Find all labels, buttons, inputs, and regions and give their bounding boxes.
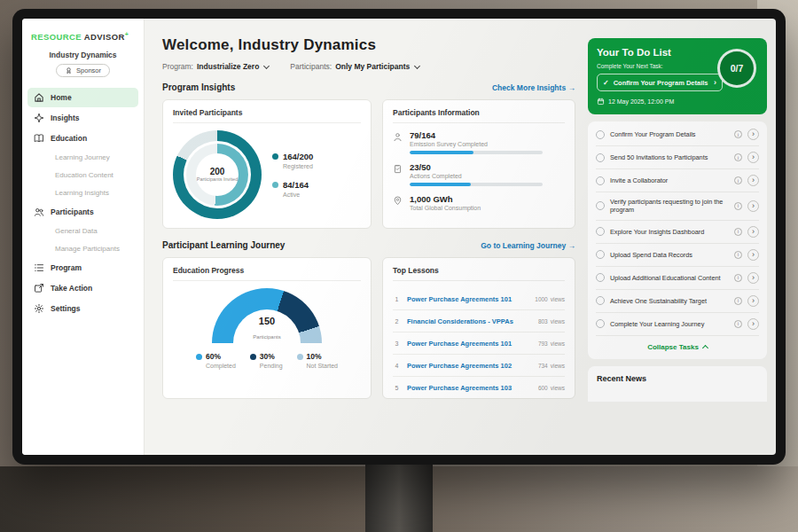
- go-to-learning-journey-link[interactable]: Go to Learning Journey: [481, 241, 575, 250]
- legend-not-started: 10% Not Started: [297, 352, 338, 369]
- info-icon[interactable]: [734, 251, 742, 259]
- check-more-insights-link[interactable]: Check More Insights: [492, 83, 575, 92]
- task-row[interactable]: Upload Additional Educational Content: [596, 267, 759, 290]
- monitor-stand: [365, 463, 433, 532]
- sidebar-item-learning-journey[interactable]: Learning Journey: [27, 149, 138, 166]
- lesson-row: 2 Financial Considerations - VPPAs 803vi…: [393, 310, 565, 332]
- chevron-right-icon[interactable]: [747, 318, 759, 330]
- next-task-due: 12 May 2025, 12:00 PM: [597, 98, 758, 106]
- section-title: Program Insights: [162, 82, 235, 92]
- sidebar-item-take-action[interactable]: Take Action: [27, 278, 138, 298]
- info-icon[interactable]: [734, 153, 742, 161]
- sidebar: RESOURCE ADVISOR+ Industry Dynamics Spon…: [22, 19, 145, 455]
- education-legend-dot: [250, 354, 256, 360]
- check-icon: [603, 79, 609, 87]
- task-checkbox[interactable]: [596, 319, 605, 328]
- gear-icon: [34, 303, 44, 314]
- task-checkbox[interactable]: [596, 250, 605, 259]
- todo-summary-card: Your To Do List 0/7 Complete Your Next T…: [588, 38, 767, 114]
- info-icon[interactable]: [734, 176, 742, 184]
- education-progress-gauge: 150 Participants: [212, 288, 322, 343]
- collapse-tasks-button[interactable]: Collapse Tasks: [596, 336, 759, 357]
- sidebar-item-settings[interactable]: Settings: [27, 299, 138, 318]
- info-icon[interactable]: [734, 297, 742, 305]
- task-checkbox[interactable]: [596, 227, 605, 236]
- page-title: Welcome, Industry Dynamics: [162, 36, 575, 54]
- recent-news-title: Recent News: [597, 374, 646, 383]
- progress-bar: [410, 183, 543, 186]
- task-row[interactable]: Achieve One Sustainability Target: [596, 290, 759, 313]
- info-icon[interactable]: [734, 202, 742, 210]
- recent-news-card: Recent News: [588, 366, 767, 402]
- clipboard-check-icon: [393, 164, 403, 174]
- info-icon[interactable]: [734, 130, 742, 138]
- info-icon[interactable]: [734, 320, 742, 328]
- task-row[interactable]: Invite a Collaborator: [596, 169, 759, 192]
- medal-icon: [65, 66, 73, 74]
- task-row[interactable]: Upload Spend Data Records: [596, 244, 759, 267]
- info-icon[interactable]: [734, 274, 742, 282]
- lesson-link[interactable]: Power Purchase Agreements 101: [407, 295, 526, 303]
- sidebar-item-manage-participants[interactable]: Manage Participants: [27, 240, 138, 257]
- lesson-link[interactable]: Financial Considerations - VPPAs: [407, 317, 529, 325]
- next-task-pill[interactable]: Confirm Your Program Details: [597, 74, 723, 91]
- sidebar-item-learning-insights[interactable]: Learning Insights: [27, 184, 138, 201]
- sidebar-item-general-data[interactable]: General Data: [27, 223, 138, 239]
- sidebar-item-education-content[interactable]: Education Content: [27, 167, 138, 184]
- org-name: Industry Dynamics: [22, 51, 144, 59]
- chevron-right-icon[interactable]: [747, 200, 759, 212]
- lesson-link[interactable]: Power Purchase Agreements 103: [407, 384, 529, 392]
- chevron-right-icon[interactable]: [747, 152, 759, 163]
- program-insights-header: Program Insights Check More Insights: [162, 82, 575, 92]
- sidebar-item-insights[interactable]: Insights: [27, 108, 138, 128]
- info-icon[interactable]: [734, 228, 742, 236]
- learning-journey-header: Participant Learning Journey Go to Learn…: [162, 240, 575, 250]
- sidebar-item-participants[interactable]: Participants: [27, 202, 138, 222]
- top-lessons-card: Top Lessons 1 Power Purchase Agreements …: [382, 257, 575, 399]
- donut-center-label: 200 Participants Invited: [196, 153, 239, 196]
- section-title: Participant Learning Journey: [162, 240, 285, 250]
- chevron-right-icon[interactable]: [747, 175, 759, 186]
- info-progress-fill: [410, 183, 471, 186]
- person-icon: [393, 132, 403, 142]
- task-row[interactable]: Send 50 Invitations to Participants: [596, 146, 759, 169]
- lesson-row: 1 Power Purchase Agreements 101 1000view…: [393, 288, 565, 310]
- lesson-link[interactable]: Power Purchase Agreements 101: [407, 340, 529, 348]
- people-icon: [34, 207, 44, 217]
- task-checkbox[interactable]: [596, 130, 605, 139]
- task-checkbox[interactable]: [596, 273, 605, 282]
- chevron-right-icon[interactable]: [747, 129, 759, 140]
- participants-information-card: Participants Information 79/164 Emission…: [382, 99, 575, 229]
- lesson-link[interactable]: Power Purchase Agreements 102: [407, 362, 529, 370]
- sidebar-item-home[interactable]: Home: [27, 88, 138, 107]
- todo-panel: Your To Do List 0/7 Complete Your Next T…: [588, 19, 776, 455]
- program-filter[interactable]: Program: Industrialize Zero: [162, 62, 269, 71]
- list-icon: [34, 262, 44, 273]
- legend-completed: 60% Completed: [196, 352, 236, 369]
- chevron-right-icon[interactable]: [747, 226, 759, 238]
- chevron-right-icon[interactable]: [747, 249, 759, 261]
- lesson-row: 5 Power Purchase Agreements 103 600views: [393, 377, 565, 398]
- education-legend-dot: [297, 354, 303, 360]
- task-checkbox[interactable]: [596, 296, 605, 305]
- emission-survey-row: 79/164 Emission Survey Completed: [393, 130, 565, 154]
- sidebar-item-education[interactable]: Education: [27, 129, 138, 148]
- sparkle-icon: [34, 113, 44, 123]
- chevron-right-icon[interactable]: [747, 295, 759, 307]
- invited-legend-dot: [272, 153, 278, 160]
- task-row[interactable]: Explore Your Insights Dashboard: [596, 221, 759, 244]
- task-row[interactable]: Verify participants requesting to join t…: [596, 192, 759, 221]
- education-progress-card: Education Progress 150 Participants: [162, 257, 372, 399]
- sidebar-item-program[interactable]: Program: [27, 258, 138, 278]
- chevron-down-icon: [414, 62, 420, 68]
- task-checkbox[interactable]: [596, 176, 605, 185]
- task-checkbox[interactable]: [596, 201, 605, 210]
- action-arrow-icon: [34, 283, 44, 293]
- info-progress-fill: [410, 151, 473, 154]
- chevron-right-icon[interactable]: [747, 272, 759, 284]
- participants-filter[interactable]: Participants: Only My Participants: [290, 62, 419, 71]
- task-row[interactable]: Confirm Your Program Details: [596, 123, 759, 146]
- task-checkbox[interactable]: [596, 153, 605, 162]
- chevron-up-icon: [702, 345, 708, 351]
- task-row[interactable]: Complete Your Learning Journey: [596, 313, 759, 336]
